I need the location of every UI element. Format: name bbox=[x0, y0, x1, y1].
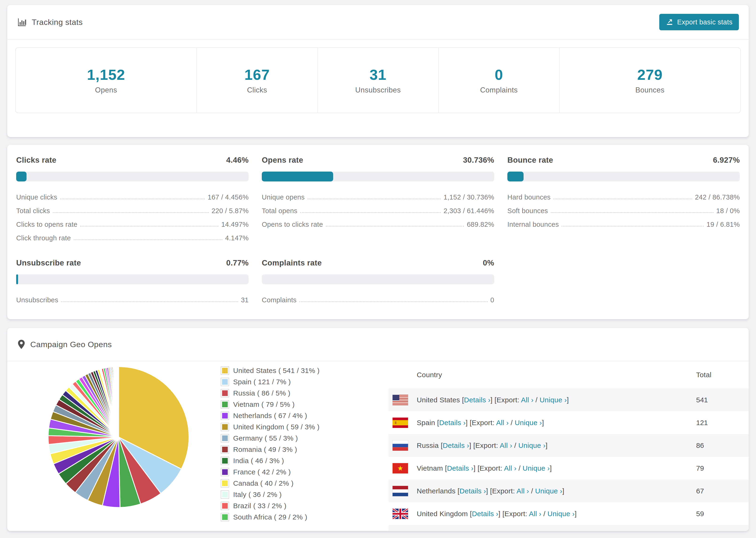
rate-row-value: 14.497% bbox=[221, 221, 249, 228]
header-divider bbox=[7, 39, 749, 40]
column-header-total: Total bbox=[696, 371, 711, 379]
rate-row-value: 0 bbox=[490, 296, 494, 304]
legend-label: France ( 42 / 2% ) bbox=[233, 468, 291, 476]
rate-row: Unique clicks167 / 4.456% bbox=[16, 188, 249, 201]
country-cell-text: United Kingdom [ bbox=[417, 510, 472, 517]
campaign-geo-opens-card: Campaign Geo Opens United States ( 541 /… bbox=[7, 328, 749, 531]
export-unique-link[interactable]: Unique › bbox=[514, 419, 542, 426]
legend-item: Spain ( 121 / 7% ) bbox=[221, 378, 320, 386]
stat-box-bounces: 279Bounces bbox=[559, 48, 740, 113]
legend-item: Italy ( 36 / 2% ) bbox=[221, 490, 320, 499]
rate-progress-track bbox=[16, 274, 249, 284]
country-cell-text: / bbox=[529, 487, 535, 495]
details-link[interactable]: Details › bbox=[459, 487, 486, 495]
rate-progress-track bbox=[262, 172, 494, 182]
ru-flag-icon bbox=[393, 440, 408, 451]
country-cell-text: United States [ bbox=[417, 396, 464, 404]
country-cell: United States [Details ›] [Export: All ›… bbox=[417, 396, 569, 404]
rate-row-label: Unique opens bbox=[262, 193, 305, 201]
details-link[interactable]: Details › bbox=[439, 419, 466, 426]
legend-label: United States ( 541 / 31% ) bbox=[233, 367, 320, 375]
pie-slice-51[interactable] bbox=[118, 367, 119, 437]
summary-stats-row: 1,152Opens167Clicks31Unsubscribes0Compla… bbox=[15, 47, 741, 113]
stat-value: 0 bbox=[495, 66, 503, 83]
export-all-link[interactable]: All › bbox=[529, 510, 541, 517]
country-cell-text: Netherlands [ bbox=[417, 487, 459, 495]
stat-box-unsubscribes: 31Unsubscribes bbox=[317, 48, 438, 113]
rate-row-value: 167 / 4.456% bbox=[207, 193, 249, 201]
export-all-link[interactable]: All › bbox=[496, 419, 509, 426]
legend-item: Canada ( 40 / 2% ) bbox=[221, 479, 320, 488]
legend-swatch bbox=[221, 490, 229, 499]
rate-row: Internal bounces19 / 6.81% bbox=[507, 215, 740, 228]
country-cell: Russia [Details ›] [Export: All › / Uniq… bbox=[417, 442, 548, 450]
rate-progress-fill bbox=[16, 172, 27, 182]
campaign-tracking-page: Tracking stats Export basic stats 1,152O… bbox=[0, 5, 756, 531]
rate-title: Clicks rate bbox=[16, 156, 56, 165]
export-unique-link[interactable]: Unique › bbox=[523, 464, 550, 472]
map-pin-icon bbox=[17, 340, 26, 349]
export-all-link[interactable]: All › bbox=[500, 442, 512, 449]
rate-value: 4.46% bbox=[226, 156, 249, 165]
legend-swatch bbox=[221, 366, 229, 375]
rate-title: Unsubscribe rate bbox=[16, 258, 81, 267]
country-cell-text: ] [Export: bbox=[465, 419, 496, 426]
rate-row: Total clicks220 / 5.87% bbox=[16, 201, 249, 215]
dotted-leader bbox=[61, 301, 238, 302]
details-link[interactable]: Details › bbox=[443, 442, 469, 449]
details-link[interactable]: Details › bbox=[447, 464, 473, 472]
export-unique-link[interactable]: Unique › bbox=[535, 487, 562, 495]
rate-row-label: Click through rate bbox=[16, 234, 71, 242]
rate-row-label: Total clicks bbox=[16, 207, 50, 215]
legend-swatch bbox=[221, 400, 229, 409]
country-cell-text: / bbox=[541, 510, 548, 517]
gb-flag-icon bbox=[393, 509, 408, 519]
geo-table-row: United Kingdom [Details ›] [Export: All … bbox=[389, 502, 749, 525]
legend-item: United Kingdom ( 59 / 3% ) bbox=[221, 423, 320, 431]
rate-row-value: 1,152 / 30.736% bbox=[444, 193, 494, 201]
export-unique-link[interactable]: Unique › bbox=[540, 396, 567, 404]
export-all-link[interactable]: All › bbox=[521, 396, 533, 404]
bar-chart-icon bbox=[17, 17, 27, 27]
rate-rows: Unique opens1,152 / 30.736%Total opens2,… bbox=[262, 188, 494, 228]
country-cell-text: ] [Export: bbox=[499, 510, 529, 517]
country-cell-text: ] [Export: bbox=[473, 464, 504, 472]
export-unique-link[interactable]: Unique › bbox=[548, 510, 575, 517]
rate-row-value: 242 / 86.738% bbox=[695, 193, 740, 201]
dotted-leader bbox=[562, 226, 704, 227]
rate-row-label: Unique clicks bbox=[16, 193, 57, 201]
country-cell-text: / bbox=[516, 464, 523, 472]
geo-table-header: Country Total bbox=[389, 361, 749, 389]
details-link[interactable]: Details › bbox=[472, 510, 499, 517]
rate-rows: Unique clicks167 / 4.456%Total clicks220… bbox=[16, 188, 249, 242]
export-all-link[interactable]: All › bbox=[504, 464, 516, 472]
country-cell-text: ] bbox=[550, 464, 552, 472]
rate-value: 0.77% bbox=[226, 258, 249, 267]
country-cell-text: / bbox=[533, 396, 540, 404]
rate-title: Bounce rate bbox=[507, 156, 553, 165]
legend-swatch bbox=[221, 502, 229, 510]
legend-swatch bbox=[221, 445, 229, 454]
legend-swatch bbox=[221, 378, 229, 386]
export-all-link[interactable]: All › bbox=[516, 487, 529, 495]
export-unique-link[interactable]: Unique › bbox=[518, 442, 546, 449]
rate-row-value: 220 / 5.87% bbox=[212, 207, 249, 215]
legend-swatch bbox=[221, 468, 229, 476]
total-cell: 86 bbox=[696, 442, 704, 450]
country-cell-text: ] [Export: bbox=[490, 396, 521, 404]
rate-row-label: Total opens bbox=[262, 207, 297, 215]
dotted-leader bbox=[60, 198, 205, 199]
legend-label: Spain ( 121 / 7% ) bbox=[233, 378, 291, 386]
rate-row-value: 689.82% bbox=[467, 221, 494, 228]
stat-value: 1,152 bbox=[87, 66, 125, 83]
rate-row: Hard bounces242 / 86.738% bbox=[507, 188, 740, 201]
details-link[interactable]: Details › bbox=[464, 396, 490, 404]
export-basic-stats-button[interactable]: Export basic stats bbox=[659, 14, 739, 30]
country-cell-text: / bbox=[509, 419, 514, 426]
export-icon bbox=[666, 18, 674, 26]
rate-value: 0% bbox=[483, 258, 495, 267]
page-title: Tracking stats bbox=[17, 17, 82, 27]
rate-rows: Hard bounces242 / 86.738%Soft bounces18 … bbox=[507, 188, 740, 228]
tracking-stats-card: Tracking stats Export basic stats 1,152O… bbox=[7, 5, 749, 137]
stat-label: Bounces bbox=[635, 86, 665, 94]
